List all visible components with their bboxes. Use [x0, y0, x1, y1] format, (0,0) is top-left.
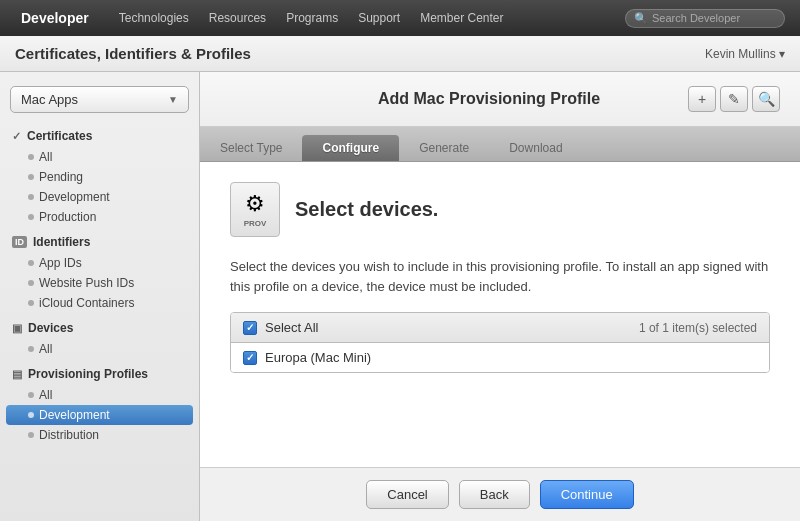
search-icon: 🔍 — [634, 12, 648, 25]
device-list-header: ✓ Select All 1 of 1 item(s) selected — [231, 313, 769, 343]
select-all-checkbox[interactable]: ✓ — [243, 321, 257, 335]
content-body: ⚙ PROV Select devices. Select the device… — [200, 162, 800, 467]
nav-resources[interactable]: Resources — [209, 11, 266, 25]
sidebar-item-certs-production[interactable]: Production — [0, 207, 199, 227]
device-icon: ▣ — [12, 322, 22, 335]
sidebar-section-devices: ▣ Devices — [0, 317, 199, 339]
sidebar-item-devices-all[interactable]: All — [0, 339, 199, 359]
header-buttons: + ✎ 🔍 — [688, 86, 780, 112]
table-row: ✓ Europa (Mac Mini) — [231, 343, 769, 372]
breadcrumb-bar: Certificates, Identifiers & Profiles Kev… — [0, 36, 800, 72]
nav-technologies[interactable]: Technologies — [119, 11, 189, 25]
profile-icon: ▤ — [12, 368, 22, 381]
select-all-row: ✓ Select All — [243, 320, 318, 335]
sidebar-item-certs-all[interactable]: All — [0, 147, 199, 167]
search-button[interactable]: 🔍 — [752, 86, 780, 112]
checkmark-icon: ✓ — [246, 322, 254, 333]
top-navigation: Developer Technologies Resources Program… — [0, 0, 800, 36]
checkmark-icon: ✓ — [246, 352, 254, 363]
search-input[interactable] — [652, 12, 772, 24]
page-title: Certificates, Identifiers & Profiles — [15, 45, 251, 62]
nav-support[interactable]: Support — [358, 11, 400, 25]
tab-generate[interactable]: Generate — [399, 135, 489, 161]
selection-count: 1 of 1 item(s) selected — [639, 321, 757, 335]
sidebar-item-app-ids[interactable]: App IDs — [0, 253, 199, 273]
section-label: Identifiers — [33, 235, 90, 249]
step-tabs: Select Type Configure Generate Download — [200, 127, 800, 162]
sidebar-section-identifiers: ID Identifiers — [0, 231, 199, 253]
sidebar-item-profiles-all[interactable]: All — [0, 385, 199, 405]
dropdown-label: Mac Apps — [21, 92, 78, 107]
sidebar-item-icloud[interactable]: iCloud Containers — [0, 293, 199, 313]
gear-icon: ⚙ — [245, 191, 265, 217]
sidebar-item-certs-development[interactable]: Development — [0, 187, 199, 207]
cancel-button[interactable]: Cancel — [366, 480, 448, 509]
tab-select-type[interactable]: Select Type — [200, 135, 302, 161]
section-label: Devices — [28, 321, 73, 335]
main-layout: Mac Apps ▼ ✓ Certificates All Pending De… — [0, 72, 800, 521]
mac-apps-dropdown[interactable]: Mac Apps ▼ — [10, 86, 189, 113]
chevron-down-icon: ▼ — [168, 94, 178, 105]
edit-button[interactable]: ✎ — [720, 86, 748, 112]
tab-download[interactable]: Download — [489, 135, 582, 161]
certificate-icon: ✓ — [12, 130, 21, 143]
app-name: Developer — [21, 10, 89, 26]
nav-member-center[interactable]: Member Center — [420, 11, 503, 25]
content-area: Add Mac Provisioning Profile + ✎ 🔍 Selec… — [200, 72, 800, 521]
prov-icon-label: PROV — [244, 219, 267, 228]
content-header: Add Mac Provisioning Profile + ✎ 🔍 — [200, 72, 800, 127]
content-footer: Cancel Back Continue — [200, 467, 800, 521]
sidebar: Mac Apps ▼ ✓ Certificates All Pending De… — [0, 72, 200, 521]
prov-file-icon: ⚙ PROV — [230, 182, 280, 237]
sidebar-item-profiles-development[interactable]: Development — [6, 405, 193, 425]
sidebar-section-certificates: ✓ Certificates — [0, 125, 199, 147]
nav-programs[interactable]: Programs — [286, 11, 338, 25]
back-button[interactable]: Back — [459, 480, 530, 509]
section-label: Provisioning Profiles — [28, 367, 148, 381]
description-text: Select the devices you wish to include i… — [230, 257, 770, 296]
sidebar-item-profiles-distribution[interactable]: Distribution — [0, 425, 199, 445]
tab-configure[interactable]: Configure — [302, 135, 399, 161]
sidebar-item-certs-pending[interactable]: Pending — [0, 167, 199, 187]
sidebar-section-profiles: ▤ Provisioning Profiles — [0, 363, 199, 385]
device-name: Europa (Mac Mini) — [265, 350, 371, 365]
nav-links: Technologies Resources Programs Support … — [119, 11, 625, 25]
select-devices-header: ⚙ PROV Select devices. — [230, 182, 770, 237]
device-checkbox[interactable]: ✓ — [243, 351, 257, 365]
app-logo: Developer — [15, 10, 89, 26]
search-box[interactable]: 🔍 — [625, 9, 785, 28]
continue-button[interactable]: Continue — [540, 480, 634, 509]
sidebar-item-website-push[interactable]: Website Push IDs — [0, 273, 199, 293]
identifier-icon: ID — [12, 236, 27, 248]
device-list: ✓ Select All 1 of 1 item(s) selected ✓ E… — [230, 312, 770, 373]
section-label: Certificates — [27, 129, 92, 143]
select-devices-title: Select devices. — [295, 198, 438, 221]
content-title: Add Mac Provisioning Profile — [290, 90, 688, 108]
select-all-label: Select All — [265, 320, 318, 335]
user-menu[interactable]: Kevin Mullins ▾ — [705, 47, 785, 61]
add-button[interactable]: + — [688, 86, 716, 112]
search-icon: 🔍 — [758, 91, 775, 107]
